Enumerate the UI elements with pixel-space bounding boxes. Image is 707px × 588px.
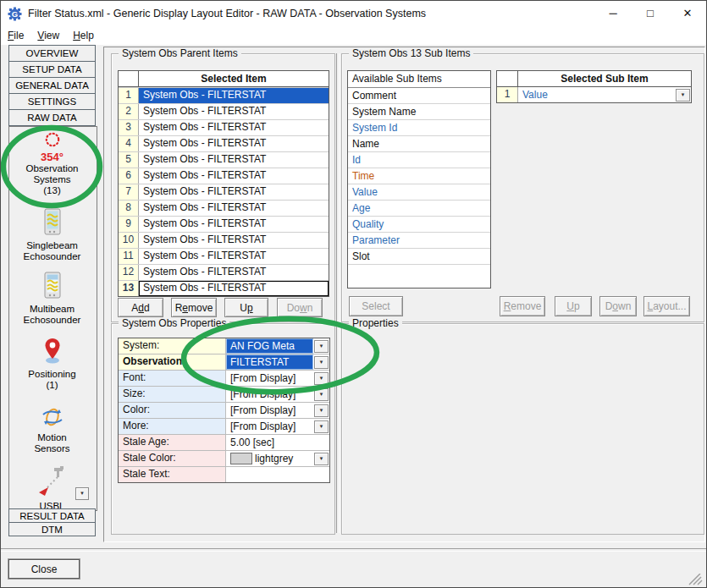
more-value[interactable]: [From Display] — [226, 419, 313, 434]
sidebar-item-settings[interactable]: SETTINGS — [8, 93, 96, 110]
sidebar-item-dtm[interactable]: DTM — [8, 522, 96, 536]
list-item[interactable]: System Id — [348, 120, 490, 136]
remove-button[interactable]: Remove — [171, 298, 217, 317]
table-row[interactable]: 10System Obs - FILTERSTAT — [119, 232, 329, 248]
selected-sub-item-row[interactable]: 1 Value ▼ — [497, 87, 691, 102]
app-icon: G — [8, 7, 22, 21]
sidebar-item-overview[interactable]: OVERVIEW — [8, 45, 96, 62]
sidebar-item-observation-systems[interactable]: 354° Observation Systems (13) — [9, 131, 95, 196]
table-row[interactable]: 1System Obs - FILTERSTAT — [119, 87, 329, 103]
property-row-font: Font: [From Display] ▼ — [119, 370, 329, 386]
list-item[interactable]: System Name — [348, 104, 490, 120]
list-item[interactable]: Quality — [348, 217, 490, 233]
maximize-button[interactable]: □ — [632, 1, 669, 26]
sidebar-item-positioning[interactable]: Positioning (1) — [9, 337, 95, 391]
row-label: System Obs - FILTERSTAT — [139, 201, 329, 216]
list-item[interactable]: Slot — [348, 249, 490, 265]
sub-up-button[interactable]: Up — [555, 296, 592, 316]
observation-count: (13) — [9, 185, 95, 196]
sub-down-button[interactable]: Down — [599, 296, 637, 316]
row-label: System Obs - FILTERSTAT — [139, 88, 329, 103]
row-label: System Obs - FILTERSTAT — [139, 184, 329, 200]
selected-sub-header-label: Selected Sub Item — [518, 71, 691, 86]
row-number: 7 — [119, 184, 139, 200]
sidebar-item-raw-data[interactable]: RAW DATA — [8, 109, 96, 126]
menu-file[interactable]: File — [1, 26, 30, 45]
table-row[interactable]: 4System Obs - FILTERSTAT — [119, 135, 329, 151]
sidebar-item-result-data[interactable]: RESULT DATA — [8, 508, 96, 523]
stale-color-value[interactable]: lightgrey — [226, 451, 313, 466]
table-row[interactable]: 8System Obs - FILTERSTAT — [119, 200, 329, 216]
system-label: System: — [119, 338, 226, 354]
color-value[interactable]: [From Display] — [226, 403, 313, 418]
up-button[interactable]: Up — [224, 298, 268, 317]
row-number: 12 — [119, 265, 139, 280]
size-dropdown-button[interactable]: ▼ — [314, 388, 329, 401]
stale-color-dropdown-button[interactable]: ▼ — [314, 453, 329, 465]
list-item[interactable]: Comment — [348, 88, 490, 104]
table-row[interactable]: 2System Obs - FILTERSTAT — [119, 103, 329, 119]
observation-value[interactable]: FILTERSTAT — [226, 354, 313, 370]
add-post: d — [144, 302, 150, 314]
table-row[interactable]: 11System Obs - FILTERSTAT — [119, 248, 329, 264]
list-item[interactable]: Id — [348, 152, 490, 168]
row-label: System Obs - FILTERSTAT — [139, 152, 329, 168]
table-row[interactable]: 12System Obs - FILTERSTAT — [119, 264, 329, 280]
row-label: System Obs - FILTERSTAT — [139, 217, 329, 232]
selected-sub-item-dropdown-button[interactable]: ▼ — [676, 89, 690, 102]
row-label: System Obs - FILTERSTAT — [139, 265, 329, 280]
sidebar-item-motion-sensors[interactable]: Motion Sensors — [9, 405, 95, 454]
close-window-button[interactable]: ✕ — [669, 1, 706, 26]
list-item[interactable]: Age — [348, 201, 490, 217]
list-item[interactable]: Time — [348, 168, 490, 184]
more-dropdown-button[interactable]: ▼ — [314, 420, 329, 433]
sidebar-item-singlebeam-echosounder[interactable]: Singlebeam Echosounder — [9, 208, 95, 262]
list-item[interactable]: Parameter — [348, 233, 490, 249]
table-row[interactable]: 7System Obs - FILTERSTAT — [119, 184, 329, 200]
sub-remove-post: emove — [511, 300, 541, 312]
menu-view[interactable]: View — [30, 26, 66, 45]
system-dropdown-button[interactable]: ▼ — [314, 340, 329, 353]
usbl-dropdown-button[interactable]: ▼ — [75, 487, 89, 500]
sub-down-pre: D — [605, 300, 613, 312]
available-sub-items-header: Available Sub Items — [348, 71, 490, 88]
table-row[interactable]: 9System Obs - FILTERSTAT — [119, 216, 329, 232]
sidebar-item-setup-data[interactable]: SETUP DATA — [8, 61, 96, 78]
property-row-stale-text: Stale Text: — [119, 466, 329, 482]
list-item[interactable]: Value — [348, 184, 490, 201]
minimize-button[interactable]: ─ — [594, 1, 632, 26]
menu-help-rest: elp — [80, 30, 94, 41]
table-row[interactable]: 6System Obs - FILTERSTAT — [119, 168, 329, 184]
stale-age-value[interactable]: 5.00 [sec] — [226, 435, 329, 450]
multibeam-label-2: Echosounder — [9, 315, 95, 326]
footer-divider — [0, 548, 707, 552]
stale-text-value[interactable] — [226, 467, 329, 482]
parent-header-number-cell — [119, 71, 139, 86]
remove-pre: R — [175, 302, 183, 314]
sidebar-item-general-data[interactable]: GENERAL DATA — [8, 77, 96, 94]
resize-grip[interactable] — [688, 574, 703, 585]
system-value[interactable]: AN FOG Meta — [226, 338, 313, 354]
color-dropdown-button[interactable]: ▼ — [314, 404, 329, 417]
stale-color-name: lightgrey — [255, 452, 293, 466]
close-button[interactable]: Close — [8, 559, 80, 579]
font-dropdown-button[interactable]: ▼ — [314, 372, 329, 385]
table-row[interactable]: 5System Obs - FILTERSTAT — [119, 151, 329, 168]
layout-button[interactable]: Layout... — [643, 296, 690, 316]
sub-remove-button[interactable]: Remove — [500, 296, 545, 316]
down-button[interactable]: Down — [277, 298, 323, 317]
list-item[interactable]: Name — [348, 136, 490, 152]
table-row[interactable]: 3System Obs - FILTERSTAT — [119, 119, 329, 135]
row-number: 10 — [119, 233, 139, 248]
font-value[interactable]: [From Display] — [226, 371, 313, 386]
table-row[interactable]: 13System Obs - FILTERSTAT — [119, 280, 329, 296]
observation-dropdown-button[interactable]: ▼ — [314, 356, 329, 369]
select-button[interactable]: Select — [349, 296, 403, 316]
sidebar-item-multibeam-echosounder[interactable]: Multibeam Echosounder — [9, 272, 95, 326]
menu-help[interactable]: Help — [66, 26, 101, 45]
row-number: 1 — [497, 87, 518, 102]
size-value[interactable]: [From Display] — [226, 387, 313, 402]
add-button[interactable]: Add — [118, 298, 163, 317]
row-label: System Obs - FILTERSTAT — [139, 168, 329, 184]
sub-up-post: p — [574, 300, 580, 312]
